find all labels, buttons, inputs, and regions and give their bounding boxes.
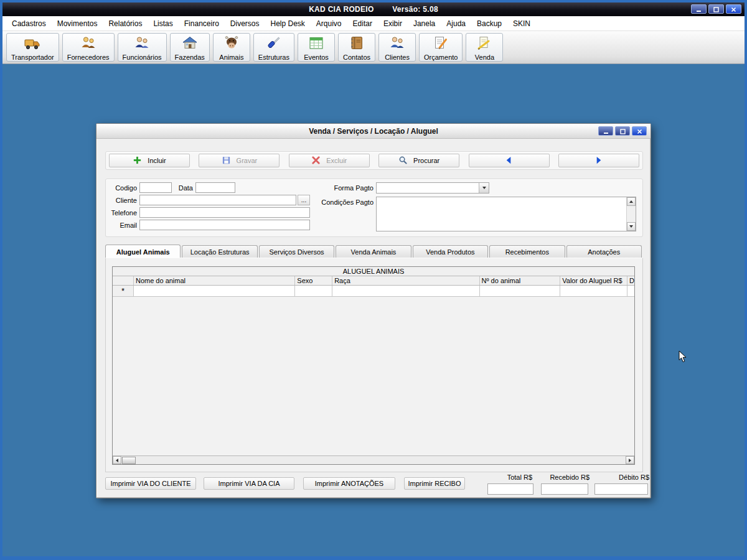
dialog-minimize-button[interactable] xyxy=(598,126,613,136)
menu-item-arquivo[interactable]: Arquivo xyxy=(311,17,347,30)
dialog-close-button[interactable] xyxy=(632,126,647,136)
menu-item-skin[interactable]: SKIN xyxy=(507,17,536,30)
chevron-down-icon[interactable] xyxy=(479,183,489,193)
save-disk-icon xyxy=(222,156,231,166)
toolbar-button-estruturas[interactable]: Estruturas xyxy=(253,33,294,62)
total-input[interactable] xyxy=(487,483,533,495)
menu-item-cadastros[interactable]: Cadastros xyxy=(6,17,52,30)
tab-venda-animais[interactable]: Venda Animais xyxy=(336,245,411,258)
grid-cell[interactable] xyxy=(332,286,479,296)
tab-recebimentos[interactable]: Recebimentos xyxy=(489,245,565,258)
desktop-area: Venda / Serviços / Locação / Aluguel xyxy=(2,64,745,556)
cliente-browse-button[interactable]: ... xyxy=(298,195,310,205)
grid-cell[interactable] xyxy=(627,286,634,296)
next-record-button[interactable] xyxy=(558,154,639,167)
toolbar-button-orcamento[interactable]: Orçamento xyxy=(419,33,463,62)
email-input[interactable] xyxy=(139,220,310,230)
debito-input[interactable] xyxy=(594,483,648,495)
procurar-label: Procurar xyxy=(413,157,439,164)
incluir-button[interactable]: Incluir xyxy=(109,154,190,167)
grid-col-sexo[interactable]: Sexo xyxy=(295,276,332,285)
tab-locacao-estruturas[interactable]: Locação Estruturas xyxy=(182,245,257,258)
menu-item-editar[interactable]: Editar xyxy=(347,17,378,30)
menu-item-financeiro[interactable]: Financeiro xyxy=(179,17,225,30)
scroll-down-icon[interactable] xyxy=(627,222,636,231)
scrollbar-thumb[interactable] xyxy=(122,457,136,464)
grid-cell[interactable] xyxy=(134,286,295,296)
imprimir-via-cliente-button[interactable]: Imprimir VIA DO CLIENTE xyxy=(105,477,196,490)
budget-icon xyxy=(433,35,449,54)
toolbar-label: Eventos xyxy=(304,54,329,61)
grid-col-raca[interactable]: Raça xyxy=(332,276,479,285)
recebido-input[interactable] xyxy=(541,483,588,495)
grid-cell[interactable] xyxy=(295,286,332,296)
cliente-input[interactable] xyxy=(139,195,296,205)
menu-item-diversos[interactable]: Diversos xyxy=(225,17,265,30)
imprimir-recibo-button[interactable]: Imprimir RECIBO xyxy=(404,477,465,490)
tab-servicos-diversos[interactable]: Serviços Diversos xyxy=(259,245,334,258)
toolbar-button-fazendas[interactable]: Fazendas xyxy=(170,33,210,62)
dialog-maximize-button[interactable] xyxy=(615,126,630,136)
tab-venda-produtos[interactable]: Venda Produtos xyxy=(413,245,488,258)
minimize-icon xyxy=(603,126,609,137)
grid-col-nome[interactable]: Nome do animal xyxy=(134,276,295,285)
imprimir-anotacoes-button[interactable]: Imprimir ANOTAÇÕES xyxy=(303,477,395,490)
menu-item-help-desk[interactable]: Help Desk xyxy=(265,17,311,30)
toolbar-button-venda[interactable]: Venda xyxy=(466,33,503,62)
search-icon xyxy=(398,156,408,166)
memo-scrollbar[interactable] xyxy=(626,197,636,231)
gravar-button[interactable]: Gravar xyxy=(199,154,280,167)
toolbar-button-transportador[interactable]: Transportador xyxy=(6,33,59,62)
recebido-label: Recebido R$ xyxy=(536,474,590,481)
forma-pagto-combo[interactable] xyxy=(376,182,489,194)
condicoes-pagto-text[interactable] xyxy=(377,197,626,231)
menu-item-ajuda[interactable]: Ajuda xyxy=(441,17,471,30)
menu-item-janela[interactable]: Janela xyxy=(408,17,441,30)
grid-col-numero[interactable]: Nº do animal xyxy=(480,276,561,285)
menu-item-relatorios[interactable]: Relatórios xyxy=(103,17,148,30)
codigo-input[interactable] xyxy=(139,182,172,193)
grid-empty-area xyxy=(113,297,634,455)
toolbar-button-clientes[interactable]: Clientes xyxy=(378,33,416,62)
excluir-button[interactable]: Excluir xyxy=(289,154,370,167)
maximize-button[interactable] xyxy=(708,4,724,14)
grid-cell[interactable] xyxy=(480,286,561,296)
toolbar-button-eventos[interactable]: Eventos xyxy=(298,33,335,62)
close-icon xyxy=(731,4,736,15)
grid-new-row[interactable]: * xyxy=(113,286,634,297)
telefone-input[interactable] xyxy=(139,207,310,218)
grid-header-row: Nome do animal Sexo Raça Nº do animal Va… xyxy=(113,276,634,286)
tab-anotacoes[interactable]: Anotações xyxy=(566,245,642,258)
mouse-cursor xyxy=(679,350,687,363)
menu-item-backup[interactable]: Backup xyxy=(471,17,507,30)
grid-cell[interactable] xyxy=(560,286,627,296)
grid-col-valor-aluguel[interactable]: Valor do Aluguel R$ xyxy=(560,276,627,285)
menu-item-listas[interactable]: Listas xyxy=(148,17,178,30)
toolbar-label: Fornecedores xyxy=(67,54,110,61)
imprimir-via-cia-button[interactable]: Imprimir VIA DA CIA xyxy=(204,477,294,490)
scroll-right-icon[interactable] xyxy=(626,456,634,464)
scroll-left-icon[interactable] xyxy=(113,456,121,464)
arrow-right-icon xyxy=(594,156,603,166)
close-button[interactable] xyxy=(726,4,741,14)
menu-item-movimentos[interactable]: Movimentos xyxy=(52,17,103,30)
scroll-up-icon[interactable] xyxy=(627,197,636,206)
menubar: Cadastros Movimentos Relatórios Listas F… xyxy=(2,16,745,31)
data-input[interactable] xyxy=(195,182,235,193)
minimize-button[interactable] xyxy=(691,4,707,14)
maximize-icon xyxy=(620,126,626,137)
previous-record-button[interactable] xyxy=(469,154,550,167)
excluir-label: Excluir xyxy=(326,157,347,164)
dialog-titlebar[interactable]: Venda / Serviços / Locação / Aluguel xyxy=(96,124,651,139)
condicoes-pagto-memo[interactable] xyxy=(376,197,636,231)
procurar-button[interactable]: Procurar xyxy=(378,154,459,167)
toolbar-label: Clientes xyxy=(385,54,410,61)
toolbar-button-animais[interactable]: Animais xyxy=(213,33,250,62)
toolbar-button-contatos[interactable]: Contatos xyxy=(338,33,375,62)
menu-item-exibir[interactable]: Exibir xyxy=(378,17,408,30)
main-title: KAD CIA RODEIO Versão: 5.08 xyxy=(2,5,745,14)
toolbar-button-funcionarios[interactable]: Funcionários xyxy=(118,33,167,62)
toolbar-button-fornecedores[interactable]: Fornecedores xyxy=(62,33,115,62)
grid-horizontal-scrollbar[interactable] xyxy=(113,455,634,464)
tab-aluguel-animais[interactable]: Aluguel Animais xyxy=(105,245,181,258)
